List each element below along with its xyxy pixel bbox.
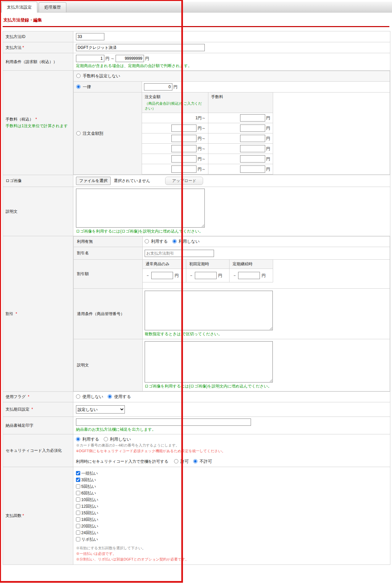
fee-none-option[interactable]: 手数料を設定しない xyxy=(76,74,120,78)
discount-not-use-radio[interactable] xyxy=(172,239,177,243)
fee-input[interactable] xyxy=(240,135,265,142)
yen-unit: 円 xyxy=(266,116,270,120)
discount-recurring-input[interactable] xyxy=(238,272,260,279)
usage-min-input[interactable] xyxy=(76,55,104,62)
tab-history[interactable]: 処理履歴 xyxy=(39,2,66,12)
installment-option[interactable]: 6回払い xyxy=(76,491,387,496)
row-due-date: 支払期日設定 * 設定しない xyxy=(3,402,390,417)
due-date-select[interactable]: 設定しない xyxy=(76,405,125,414)
use-flag-off-option[interactable]: 使用しない xyxy=(76,394,104,399)
yen-from-unit: 円～ xyxy=(197,126,205,130)
discount-use-option[interactable]: 利用する xyxy=(145,239,169,244)
installment-option[interactable]: 一括払い xyxy=(76,471,387,476)
fee-flat-input[interactable] xyxy=(144,83,172,91)
installment-checkbox[interactable] xyxy=(76,524,80,528)
installment-checkbox[interactable] xyxy=(76,471,80,475)
installment-option[interactable]: 3回払い xyxy=(76,477,387,483)
installment-option[interactable]: リボ払い xyxy=(76,537,387,542)
fee-table-row: 円～ 円 xyxy=(142,164,273,174)
discount-availability-label: 利用有無 xyxy=(74,237,143,247)
installment-option[interactable]: 24回払い xyxy=(76,530,387,536)
discount-description-textarea[interactable] xyxy=(145,341,273,383)
installment-option[interactable]: 10回払い xyxy=(76,497,387,503)
fee-flat-option[interactable]: 一律 xyxy=(76,85,91,89)
amount-from-input[interactable] xyxy=(171,135,196,142)
installments-note-red-2: ※分割払い、リボ払いは別途DGFTとのオプション契約が必要です。 xyxy=(76,557,387,562)
payment-method-input[interactable] xyxy=(76,44,205,51)
payment-id-input[interactable] xyxy=(76,33,104,40)
security-not-use-option[interactable]: 利用しない xyxy=(104,437,131,442)
installment-checkbox[interactable] xyxy=(76,491,80,495)
blank-allow-option[interactable]: 許可 xyxy=(174,459,190,464)
installment-checkbox[interactable] xyxy=(76,484,80,489)
file-select-button[interactable]: ファイルを選択 xyxy=(76,177,111,185)
security-use-option[interactable]: 利用する xyxy=(76,437,100,442)
discount-name-row: 割引名 xyxy=(74,247,390,260)
discount-not-use-option[interactable]: 利用しない xyxy=(172,239,200,244)
yen-unit: 円 xyxy=(218,273,222,278)
installment-option[interactable]: 15回払い xyxy=(76,510,387,516)
amount-from-input[interactable] xyxy=(171,145,196,152)
yen-unit: 円 xyxy=(175,273,179,278)
fee-none-radio[interactable] xyxy=(76,74,81,78)
usage-condition-note: 定期商品が含まれる場合は、定期商品の合計額で判断されます。 xyxy=(76,63,387,69)
tab-payment-settings[interactable]: 支払方法設定 xyxy=(1,2,37,13)
discount-amount-row: 割引額 通常商品のみ 初回定期時 定期継続時 xyxy=(74,260,390,289)
use-flag-off-radio[interactable] xyxy=(76,394,80,399)
usage-max-input[interactable] xyxy=(116,55,144,62)
row-fee: 手数料（税込） * 手数料は1注文単位で計算されます 手数料を設定しない xyxy=(3,71,390,175)
discount-availability-row: 利用有無 利用する 利用しない xyxy=(74,237,390,247)
installment-option[interactable]: 18回払い xyxy=(76,517,387,523)
fee-input[interactable] xyxy=(240,165,265,173)
fee-input[interactable] xyxy=(240,114,265,122)
upload-button[interactable]: アップロード xyxy=(165,177,203,185)
amount-from-input[interactable] xyxy=(171,165,196,173)
installment-checkbox[interactable] xyxy=(76,537,80,541)
discount-description-row: 説明文 ロゴ画像を利用するには{ロゴ画像}を説明文内に埋め込んでください。 xyxy=(74,339,390,391)
blank-allow-radio[interactable] xyxy=(174,459,178,463)
fee-by-amount-option[interactable]: 注文金額別 xyxy=(76,131,103,136)
row-discount: 割引 * 利用有無 利用する 利用しない xyxy=(3,236,390,392)
use-flag-on-option[interactable]: 使用する xyxy=(108,394,131,399)
discount-description-label: 説明文 xyxy=(74,339,143,391)
blank-deny-option[interactable]: 不許可 xyxy=(193,459,212,464)
amount-col-first: 初回定期時 xyxy=(186,260,230,269)
security-use-radio[interactable] xyxy=(76,437,80,441)
slip-note-input[interactable] xyxy=(76,419,251,426)
amount-from-input[interactable] xyxy=(171,125,196,132)
installment-checkbox[interactable] xyxy=(76,517,80,522)
discount-name-input[interactable] xyxy=(145,250,214,257)
fee-by-amount-radio[interactable] xyxy=(76,131,81,135)
fee-input[interactable] xyxy=(240,155,265,163)
blank-deny-radio[interactable] xyxy=(193,459,197,463)
fee-label-note: 手数料は1注文単位で計算されます xyxy=(6,123,70,129)
yen-unit: 円 xyxy=(105,56,109,61)
yen-unit: 円 xyxy=(266,167,270,171)
installment-checkbox[interactable] xyxy=(76,478,80,482)
file-status-text: 選択されていません xyxy=(114,178,150,183)
installment-option[interactable]: 5回払い xyxy=(76,484,387,490)
fee-input[interactable] xyxy=(240,125,265,132)
installment-checkbox[interactable] xyxy=(76,530,80,535)
installment-option[interactable]: 12回払い xyxy=(76,504,387,509)
description-textarea[interactable] xyxy=(76,189,205,228)
installments-note-red-1: ※一括払いは必須です。 xyxy=(76,551,387,556)
use-flag-on-radio[interactable] xyxy=(108,394,112,399)
fee-flat-radio[interactable] xyxy=(76,85,81,89)
installment-option[interactable]: 20回払い xyxy=(76,524,387,529)
fee-option-none-row: 手数料を設定しない xyxy=(74,71,390,82)
required-mark: * xyxy=(35,117,37,122)
security-note-gray: ※カード番号の裏面の3～4桁の番号を入力するようにします。 xyxy=(76,443,387,448)
installment-checkbox[interactable] xyxy=(76,511,80,515)
installment-checkbox[interactable] xyxy=(76,497,80,502)
discount-condition-textarea[interactable] xyxy=(145,291,273,330)
yen-from-unit: 円～ xyxy=(197,136,205,141)
discount-normal-input[interactable] xyxy=(151,272,173,279)
minus-sign: － xyxy=(189,273,193,278)
amount-from-input[interactable] xyxy=(171,155,196,163)
discount-use-radio[interactable] xyxy=(145,239,149,243)
installment-checkbox[interactable] xyxy=(76,504,80,508)
discount-first-input[interactable] xyxy=(195,272,217,279)
security-not-use-radio[interactable] xyxy=(104,437,108,441)
fee-input[interactable] xyxy=(240,145,265,152)
